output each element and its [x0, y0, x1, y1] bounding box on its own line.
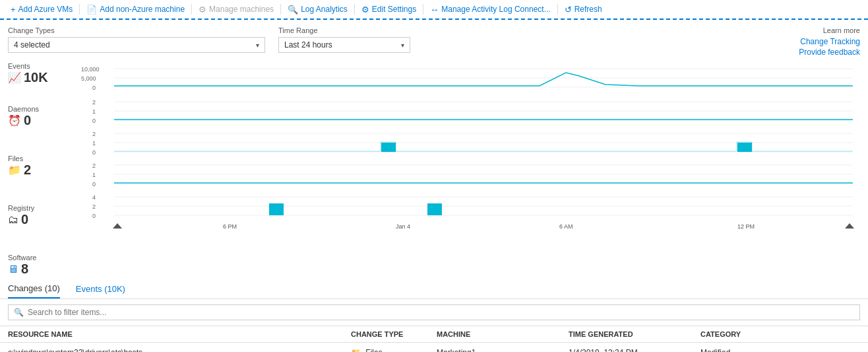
settings-icon: ⚙: [361, 5, 369, 15]
toolbar: + Add Azure VMs 📄 Add non-Azure machine …: [0, 0, 868, 20]
software-value: 8: [21, 262, 28, 277]
table-row[interactable]: c:\windows\system32\drivers\etc\hosts 📁 …: [0, 343, 868, 352]
events-tab[interactable]: Events (10K): [76, 284, 125, 298]
time-range-value: Last 24 hours: [284, 40, 332, 50]
files-value: 2: [24, 162, 31, 178]
svg-rect-19: [737, 143, 752, 152]
time-range-dropdown[interactable]: Last 24 hours ▾: [278, 37, 410, 53]
refresh-icon: ↺: [565, 5, 572, 15]
provide-feedback-link[interactable]: Provide feedback: [799, 48, 860, 57]
svg-text:0: 0: [92, 85, 96, 91]
daemons-value: 0: [24, 113, 31, 128]
svg-text:5,000: 5,000: [81, 75, 96, 82]
edit-settings-button[interactable]: ⚙ Edit Settings: [356, 3, 421, 16]
software-stat: Software 🖥 8: [8, 254, 74, 277]
svg-marker-35: [845, 223, 854, 229]
chart-svg: 10,000 5,000 0 2 1 0 2 1 0: [74, 59, 860, 231]
dropdown-arrow-icon: ▾: [256, 42, 259, 49]
category-cell: Modified: [700, 348, 860, 352]
separator: [79, 4, 80, 15]
manage-activity-button[interactable]: ↔ Manage Activity Log Connect...: [425, 3, 555, 16]
resource-cell: c:\windows\system32\drivers\etc\hosts: [8, 348, 351, 352]
change-type-cell: 📁 Files: [351, 348, 437, 352]
separator: [191, 4, 192, 15]
svg-text:12 PM: 12 PM: [737, 223, 755, 230]
chart-area: Events 📈 10K Daemons ⏰ 0 Files 📁 2 Regis…: [0, 59, 868, 278]
change-types-value: 4 selected: [14, 40, 50, 50]
software-icon: 🖥: [8, 264, 18, 275]
col-change-type-header: CHANGE TYPE: [351, 330, 437, 338]
time-range-group: Time Range Last 24 hours ▾: [278, 26, 410, 53]
svg-text:0: 0: [92, 181, 96, 188]
svg-text:0: 0: [92, 213, 96, 219]
col-machine-header: MACHINE: [437, 330, 569, 338]
add-non-azure-button[interactable]: 📄 Add non-Azure machine: [81, 3, 190, 16]
registry-stat: Registry 🗂 0: [8, 204, 74, 227]
search-input[interactable]: [28, 308, 854, 317]
daemons-stat: Daemons ⏰ 0: [8, 105, 74, 128]
search-input-wrap[interactable]: 🔍: [8, 304, 860, 320]
svg-text:4: 4: [92, 194, 96, 201]
svg-text:0: 0: [92, 118, 96, 124]
separator: [280, 4, 281, 15]
events-value: 10K: [24, 70, 48, 85]
events-stat: Events 📈 10K: [8, 62, 74, 85]
events-icon: 📈: [8, 71, 21, 84]
svg-text:0: 0: [92, 149, 96, 156]
files-icon: 📁: [8, 164, 21, 176]
separator: [557, 4, 558, 15]
manage-machines-button[interactable]: ⚙ Manage machines: [193, 3, 279, 16]
search-icon: 🔍: [288, 5, 298, 15]
svg-text:2: 2: [92, 99, 96, 106]
activity-icon: ↔: [430, 5, 439, 15]
change-types-group: Change Types 4 selected ▾: [8, 26, 265, 53]
registry-icon: 🗂: [8, 214, 18, 226]
svg-rect-33: [427, 203, 442, 215]
svg-text:10,000: 10,000: [81, 66, 100, 73]
log-analytics-button[interactable]: 🔍 Log Analytics: [282, 3, 353, 16]
refresh-button[interactable]: ↺ Refresh: [559, 3, 607, 16]
separator: [354, 4, 355, 15]
svg-rect-32: [269, 203, 284, 215]
svg-text:2: 2: [92, 162, 96, 169]
svg-text:6 AM: 6 AM: [559, 223, 573, 230]
change-types-dropdown[interactable]: 4 selected ▾: [8, 37, 265, 53]
events-label: Events: [8, 62, 74, 70]
dropdown-arrow-icon2: ▾: [401, 42, 404, 49]
files-label: Files: [8, 155, 74, 162]
daemons-icon: ⏰: [8, 114, 21, 127]
chart-container: 10,000 5,000 0 2 1 0 2 1 0: [74, 59, 860, 278]
change-types-label: Change Types: [8, 26, 265, 34]
search-icon: 🔍: [14, 308, 24, 317]
svg-rect-18: [381, 143, 396, 152]
svg-text:6 PM: 6 PM: [223, 223, 237, 230]
svg-text:Jan 4: Jan 4: [396, 223, 410, 230]
daemons-label: Daemons: [8, 105, 74, 113]
svg-text:1: 1: [92, 108, 96, 115]
svg-text:2: 2: [92, 131, 96, 137]
software-label: Software: [8, 254, 74, 262]
left-stats: Events 📈 10K Daemons ⏰ 0 Files 📁 2 Regis…: [8, 59, 74, 278]
table-header: RESOURCE NAME CHANGE TYPE MACHINE TIME G…: [0, 326, 868, 343]
tabs-row: Changes (10) Events (10K): [0, 278, 868, 299]
time-cell: 1/4/2019, 12:34 PM: [569, 348, 700, 352]
separator: [423, 4, 423, 15]
svg-text:1: 1: [92, 140, 96, 147]
controls-row: Change Types 4 selected ▾ Time Range Las…: [0, 20, 868, 57]
files-stat: Files 📁 2: [8, 155, 74, 178]
search-row: 🔍: [0, 299, 868, 326]
change-tracking-link[interactable]: Change Tracking: [799, 37, 860, 46]
document-icon: 📄: [86, 5, 97, 15]
manage-icon: ⚙: [199, 5, 206, 15]
file-icon: 📁: [351, 348, 361, 352]
registry-label: Registry: [8, 204, 74, 212]
svg-text:2: 2: [92, 203, 96, 210]
svg-marker-34: [113, 223, 122, 229]
learn-more-section: Learn more Change Tracking Provide feedb…: [799, 26, 860, 58]
changes-tab[interactable]: Changes (10): [8, 283, 60, 299]
col-category-header: CATEGORY: [700, 330, 860, 338]
learn-more-title: Learn more: [799, 26, 860, 34]
registry-value: 0: [21, 212, 28, 227]
col-time-header: TIME GENERATED: [569, 330, 700, 338]
add-azure-vms-button[interactable]: + Add Azure VMs: [5, 3, 78, 16]
